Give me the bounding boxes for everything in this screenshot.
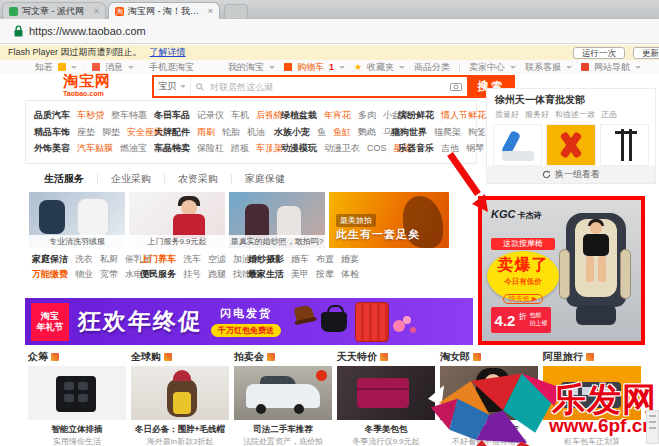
category-link[interactable]: 鹦鹉 <box>358 128 376 137</box>
sitemap-menu[interactable]: 网站导航 <box>581 61 641 74</box>
service-card-laundry[interactable]: 专业清洗羽绒服 <box>29 192 125 248</box>
section-auction[interactable]: 拍卖会 司法二手车推荐 法院处置资产，底价拍 <box>234 350 332 446</box>
category-title[interactable]: 外饰美容 <box>34 144 70 153</box>
category-link[interactable]: 动漫卫衣 <box>324 144 360 153</box>
power-strip-image[interactable] <box>28 366 126 420</box>
service-link[interactable]: 物业 <box>75 270 93 279</box>
mobile-taobao-link[interactable]: 手机逛淘宝 <box>149 61 194 74</box>
service-link[interactable]: 宽带 <box>100 270 118 279</box>
page-feedback-widget[interactable] <box>646 410 659 444</box>
category-title[interactable]: 动漫模玩 <box>281 144 317 153</box>
tab-agriculture[interactable]: 农资采购 <box>165 174 232 184</box>
tab-life-services[interactable]: 生活服务 <box>31 174 98 184</box>
category-link[interactable]: 鱼缸 <box>333 128 351 137</box>
service-link[interactable]: 空滤 <box>208 255 226 264</box>
browser-tab-paidai[interactable]: 写文章 - 派代网 × <box>2 2 106 19</box>
category-link[interactable]: 脚垫 <box>102 128 120 137</box>
tab-health[interactable]: 家庭保健 <box>232 174 298 184</box>
service-group-title[interactable]: 便民服务 <box>140 270 176 279</box>
massage-chair-ad-highlighted[interactable]: KGC卡杰诗 这款按摩椅 卖爆了 今日有低价 快去抢 ▶ 4.2折 包邮抬上楼 <box>478 196 645 345</box>
service-link[interactable]: 挂号 <box>183 270 201 279</box>
service-group-title[interactable]: 家庭保洁 <box>32 255 68 264</box>
categories-link[interactable]: 商品分类 <box>414 61 450 74</box>
category-link[interactable]: 情人节鲜花 <box>441 111 486 120</box>
service-link[interactable]: 体检 <box>341 270 359 279</box>
service-link[interactable]: 按摩 <box>316 270 334 279</box>
category-link[interactable]: COS <box>367 144 387 153</box>
category-title[interactable]: 车品特卖 <box>154 144 190 153</box>
taobao-logo[interactable]: 淘宝网 Taobao.com <box>63 73 111 97</box>
seller-center-menu[interactable]: 卖家中心 <box>469 61 516 74</box>
close-tab-icon[interactable]: × <box>94 7 99 16</box>
cart-menu[interactable]: 购物车 1 <box>284 61 345 74</box>
run-once-button[interactable]: 运行一次 <box>573 47 625 59</box>
category-title[interactable]: 绿植盆栽 <box>281 111 317 120</box>
category-link[interactable]: 轮胎 <box>222 128 240 137</box>
customer-service-menu[interactable]: 联系客服 <box>525 61 572 74</box>
service-link[interactable]: 跑腿 <box>208 270 226 279</box>
service-group-title[interactable]: 最家生活 <box>248 270 284 279</box>
section-global-shopping[interactable]: 全球购 冬日必备：围脖+毛线帽 海外最in新款3折起 <box>131 350 229 446</box>
close-tab-icon[interactable]: × <box>208 7 213 16</box>
service-link[interactable]: 婚车 <box>291 255 309 264</box>
search-scope-dropdown[interactable]: 宝贝 <box>154 77 191 96</box>
category-title[interactable]: 大牌配件 <box>154 128 190 137</box>
service-link[interactable]: 私厨 <box>100 255 118 264</box>
item-title[interactable]: 智能立体排插 <box>28 424 126 433</box>
category-title[interactable]: 水族小宠 <box>274 128 310 137</box>
refresh-shop-button[interactable]: 换一组看看 <box>487 166 655 183</box>
service-card-home-service[interactable]: 上门服务9.9元起 <box>129 192 225 248</box>
item-title[interactable]: 司法二手车推荐 <box>234 424 332 433</box>
category-link[interactable]: 钢琴 <box>466 144 484 153</box>
category-link[interactable]: 踏板 <box>231 144 249 153</box>
ad-cta-pill[interactable]: 快去抢 ▶ <box>503 294 543 304</box>
category-link[interactable]: 汽车贴膜 <box>77 144 113 153</box>
category-title[interactable]: 精品车饰 <box>34 128 70 137</box>
item-title[interactable]: 冬季美包包 <box>337 424 435 433</box>
category-link[interactable]: 保险杠 <box>197 144 224 153</box>
category-link[interactable]: 雨刷 <box>197 128 215 137</box>
category-title[interactable]: 冬日车品 <box>154 111 190 120</box>
year-end-sale-banner[interactable]: 淘宝 年礼节 狂欢年终促 闪电发货 千万红包免费送 <box>25 298 473 345</box>
service-group-title[interactable]: 婚纱摄影 <box>248 255 284 264</box>
category-link[interactable]: 座垫 <box>77 128 95 137</box>
category-link[interactable]: 车秒贷 <box>77 111 104 120</box>
category-link[interactable]: 多肉 <box>358 111 376 120</box>
shop-product-image[interactable] <box>600 124 649 166</box>
section-crowdfunding[interactable]: 众筹 智能立体排插 实用懂你生活 <box>28 350 126 446</box>
category-link[interactable]: 燃油宝 <box>120 144 147 153</box>
service-link[interactable]: 洗衣 <box>75 255 93 264</box>
my-taobao-menu[interactable]: 我的淘宝 <box>228 61 275 74</box>
address-bar[interactable]: https://www.taobao.com <box>0 19 659 44</box>
service-link[interactable]: 洗车 <box>183 255 201 264</box>
category-link[interactable]: 整车特惠 <box>111 111 147 120</box>
category-title[interactable]: 缤纷鲜花 <box>398 111 434 120</box>
search-input[interactable] <box>208 81 446 93</box>
service-link[interactable]: 美甲 <box>291 270 309 279</box>
category-link[interactable]: 鱼 <box>317 128 326 137</box>
category-link[interactable]: 猫爬架 <box>434 128 461 137</box>
service-link[interactable]: 婚宴 <box>341 255 359 264</box>
category-link[interactable]: 车机 <box>231 111 249 120</box>
category-title[interactable]: 猫狗世界 <box>391 128 427 137</box>
service-card-wedding-photo[interactable]: 最真实的婚纱照，敢拍吗? <box>229 192 325 248</box>
item-title[interactable]: 冬日必备：围脖+毛线帽 <box>131 424 229 433</box>
category-link[interactable]: 机油 <box>247 128 265 137</box>
service-card-travel-photo[interactable]: 最美旅拍 此生有一套足矣 <box>329 192 449 248</box>
service-group-title[interactable]: 万能缴费 <box>32 270 68 279</box>
favorites-menu[interactable]: ★ 收藏夹 <box>354 61 405 74</box>
update-plugin-button[interactable]: 更新插件 <box>633 47 659 59</box>
category-title[interactable]: 乐器音乐 <box>398 144 434 153</box>
category-link[interactable]: 狗笼 <box>468 128 486 137</box>
learn-more-link[interactable]: 了解详情 <box>150 46 186 59</box>
browser-tab-taobao[interactable]: 淘 淘宝网 - 淘！我喜欢 × <box>108 2 220 19</box>
tab-enterprise[interactable]: 企业采购 <box>98 174 165 184</box>
shop-name[interactable]: 徐州天一体育批发部 <box>487 89 655 109</box>
category-link[interactable]: 年宵花 <box>324 111 351 120</box>
new-tab-button[interactable] <box>224 4 248 18</box>
url-text[interactable]: https://www.taobao.com <box>29 25 146 37</box>
winter-fashion-image[interactable] <box>131 366 229 420</box>
category-title[interactable]: 品质汽车 <box>34 111 70 120</box>
category-link[interactable]: 吉他 <box>441 144 459 153</box>
section-daily-deals[interactable]: 天天特价 冬季美包包 冬季流行仅9.9元起 <box>337 350 435 446</box>
